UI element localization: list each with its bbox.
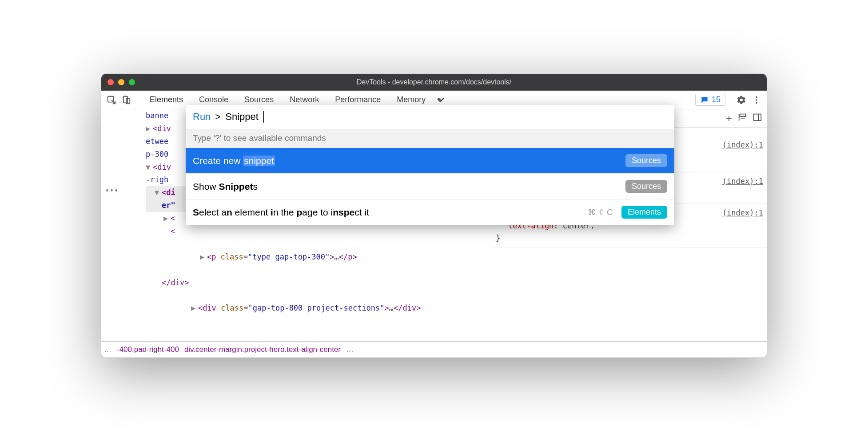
svg-point-5 xyxy=(756,102,757,104)
settings-gear-icon[interactable] xyxy=(735,93,748,107)
svg-rect-6 xyxy=(754,114,761,121)
css-source-link[interactable]: (index):1 xyxy=(722,139,763,152)
toggle-panel-icon[interactable] xyxy=(753,112,762,124)
command-item-create-snippet[interactable]: Create new snippet Sources xyxy=(186,148,674,173)
kebab-menu-icon[interactable] xyxy=(750,93,763,107)
titlebar: DevTools - developer.chrome.com/docs/dev… xyxy=(101,74,767,91)
command-input-row[interactable]: Run >Snippet xyxy=(186,105,674,129)
breadcrumb-item[interactable]: div.center-margin.project-hero.text-alig… xyxy=(184,345,341,354)
dom-breadcrumb: … -400.pad-right-400 div.center-margin.p… xyxy=(101,341,767,357)
tab-memory[interactable]: Memory xyxy=(390,95,433,104)
new-style-rule-icon[interactable]: + xyxy=(726,112,732,125)
overflow-ellipsis-icon[interactable]: ••• xyxy=(105,186,117,195)
command-hint: Type '?' to see available commands xyxy=(186,129,674,148)
toolbar-divider-2 xyxy=(730,94,730,106)
tab-performance[interactable]: Performance xyxy=(328,95,388,104)
collapse-triangle-icon[interactable]: ▼ xyxy=(155,186,162,199)
tab-console[interactable]: Console xyxy=(192,95,235,104)
css-source-link[interactable]: (index):1 xyxy=(722,175,763,188)
styles-filter-icon[interactable] xyxy=(737,112,747,124)
command-category-badge: Elements xyxy=(621,206,667,219)
issues-badge[interactable]: 15 xyxy=(695,94,725,106)
command-item-show-snippets[interactable]: Show Snippets Sources xyxy=(186,173,674,199)
minimize-window-button[interactable] xyxy=(118,79,124,85)
command-item-select-element[interactable]: Select an element in the page to inspect… xyxy=(186,199,674,225)
inspect-element-icon[interactable] xyxy=(105,93,118,107)
command-menu: Run >Snippet Type '?' to see available c… xyxy=(186,105,674,225)
svg-point-4 xyxy=(756,99,757,101)
window-title: DevTools - developer.chrome.com/docs/dev… xyxy=(101,78,767,86)
command-shortcut: ⌘ ⇧ C xyxy=(588,208,613,217)
tab-network[interactable]: Network xyxy=(283,95,326,104)
expand-triangle-icon[interactable]: ▶ xyxy=(191,302,198,315)
breadcrumb-item[interactable]: -400.pad-right-400 xyxy=(117,345,179,354)
toolbar-divider xyxy=(138,94,138,106)
close-window-button[interactable] xyxy=(108,79,114,85)
tab-sources[interactable]: Sources xyxy=(237,95,281,104)
expand-triangle-icon[interactable]: ▶ xyxy=(200,251,207,263)
issues-count: 15 xyxy=(712,95,721,104)
expand-triangle-icon[interactable]: ▶ xyxy=(146,122,153,135)
svg-rect-1 xyxy=(123,96,127,103)
maximize-window-button[interactable] xyxy=(129,79,135,85)
breadcrumb-overflow-left[interactable]: … xyxy=(104,345,111,354)
command-category-badge: Sources xyxy=(625,180,667,193)
svg-point-3 xyxy=(756,96,757,98)
collapse-triangle-icon[interactable]: ▼ xyxy=(146,161,153,174)
css-source-link[interactable]: (index):1 xyxy=(722,207,763,219)
command-category-badge: Sources xyxy=(625,154,667,167)
more-tabs-chevron-icon[interactable] xyxy=(434,93,448,107)
breadcrumb-overflow-right[interactable]: … xyxy=(346,345,354,354)
device-toolbar-icon[interactable] xyxy=(120,93,133,107)
issues-icon xyxy=(700,96,709,104)
expand-triangle-icon[interactable]: ▶ xyxy=(163,212,171,225)
tab-elements[interactable]: Elements xyxy=(143,95,190,104)
traffic-lights xyxy=(108,79,135,85)
devtools-window: DevTools - developer.chrome.com/docs/dev… xyxy=(101,73,767,358)
